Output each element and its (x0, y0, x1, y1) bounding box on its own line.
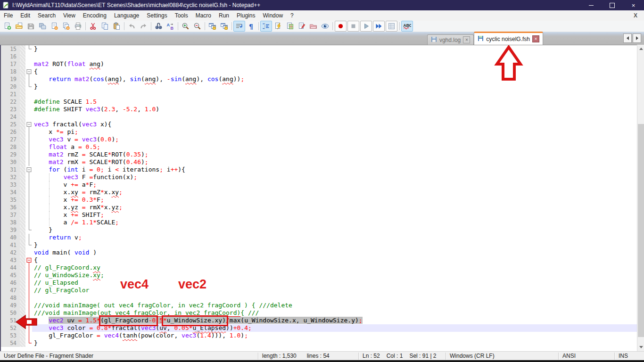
bookmark-margin[interactable] (20, 287, 25, 294)
toolbar-undo-button[interactable] (126, 21, 138, 32)
toolbar-replace-button[interactable]: AB (165, 21, 176, 32)
bookmark-margin[interactable] (20, 189, 25, 196)
status-eol-format[interactable]: Windows (CR LF) (446, 353, 559, 360)
bookmark-margin[interactable] (20, 68, 25, 75)
toolbar-macro-stop-button[interactable] (347, 21, 359, 32)
bookmark-margin[interactable] (20, 106, 25, 113)
toolbar-paste-button[interactable] (111, 21, 123, 32)
toolbar-new-file-button[interactable] (1, 21, 13, 32)
toolbar-indent-guide-button[interactable] (260, 21, 272, 32)
scrollbar-thumb[interactable] (638, 124, 644, 337)
toolbar-show-all-characters-button[interactable]: ¶ (245, 21, 257, 32)
toolbar-close-file-button[interactable] (49, 21, 60, 32)
code-line-28[interactable]: 28 float a = 0.5; (1, 143, 637, 151)
fold-marker[interactable] (25, 256, 32, 264)
toolbar-monitoring-button[interactable] (319, 21, 331, 32)
fold-marker[interactable] (25, 68, 32, 75)
toolbar-zoom-out-button[interactable] (191, 21, 203, 32)
toolbar-sync-vertical-button[interactable] (206, 21, 218, 32)
bookmark-margin[interactable] (20, 173, 25, 181)
fold-marker[interactable] (25, 121, 32, 128)
code-line-43[interactable]: 43{ (1, 256, 637, 264)
code-line-24[interactable]: 24 (1, 113, 637, 121)
menu-?[interactable]: ? (287, 11, 297, 20)
fold-marker[interactable] (25, 166, 32, 173)
toolbar-folder-as-workspace-button[interactable] (307, 21, 319, 32)
bookmark-margin[interactable] (20, 75, 25, 83)
code-line-27[interactable]: 27 vec3 v = vec3(0.0); (1, 136, 637, 143)
bookmark-margin[interactable] (20, 45, 25, 53)
tab-close-icon[interactable]: × (463, 36, 470, 43)
toolbar-find-button[interactable] (153, 21, 165, 32)
bookmark-margin[interactable] (20, 136, 25, 143)
code-line-53[interactable]: 53 gl_FragColor = vec4(tanh(pow(color, v… (1, 332, 637, 339)
bookmark-margin[interactable] (20, 256, 25, 264)
toolbar-word-wrap-button[interactable] (233, 21, 245, 32)
toolbar-save-all-button[interactable] (37, 21, 49, 32)
menu-macro[interactable]: Macro (192, 11, 215, 20)
menu-encoding[interactable]: Encoding (79, 11, 110, 20)
toolbar-copy-button[interactable] (99, 21, 111, 32)
bookmark-margin[interactable] (20, 272, 25, 279)
code-line-42[interactable]: 42void main( void ) (1, 249, 637, 256)
toolbar-document-map-button[interactable] (284, 21, 296, 32)
scroll-down-button[interactable] (637, 343, 644, 351)
bookmark-margin[interactable] (20, 309, 25, 317)
code-line-44[interactable]: 44// gl_FragCoord.xy (1, 264, 637, 272)
code-line-21[interactable]: 21 (1, 90, 637, 98)
menu-window[interactable]: Window (259, 11, 287, 20)
bookmark-margin[interactable] (20, 113, 25, 121)
menu-run[interactable]: Run (215, 11, 233, 20)
code-line-46[interactable]: 46// u_Elapsed (1, 279, 637, 287)
code-line-25[interactable]: 25vec3 fractal(vec3 x){ (1, 121, 637, 128)
code-line-20[interactable]: 20} (1, 83, 637, 90)
code-line-33[interactable]: 33 v += a*F; (1, 181, 637, 189)
bookmark-margin[interactable] (20, 143, 25, 151)
bookmark-margin[interactable] (20, 98, 25, 106)
code-line-38[interactable]: 38 a /= 1.1*SCALE; (1, 219, 637, 226)
code-editor[interactable]: 15}1617mat2 ROT(float ang)18{19 return m… (0, 45, 637, 351)
bookmark-margin[interactable] (20, 332, 25, 339)
menu-language[interactable]: Language (110, 11, 143, 20)
bookmark-margin[interactable] (20, 90, 25, 98)
menu-search[interactable]: Search (34, 11, 59, 20)
code-line-34[interactable]: 34 x.xy = rmZ*x.xy; (1, 189, 637, 196)
toolbar-zoom-in-button[interactable] (180, 21, 191, 32)
tab-scroll-left-button[interactable] (623, 33, 632, 43)
code-line-50[interactable]: 50///void mainImage(out vec4 fragColor, … (1, 309, 637, 317)
toolbar-document-edit-button[interactable] (296, 21, 307, 32)
bookmark-margin[interactable] (20, 241, 25, 249)
code-line-15[interactable]: 15} (1, 45, 637, 53)
toolbar-open-file-button[interactable] (13, 21, 25, 32)
code-line-47[interactable]: 47// gl_FragColor (1, 287, 637, 294)
code-line-26[interactable]: 26 x *= pi; (1, 128, 637, 136)
bookmark-margin[interactable] (20, 339, 25, 347)
tab-scroll-right-button[interactable] (633, 33, 641, 43)
maximize-button[interactable] (602, 0, 623, 10)
bookmark-margin[interactable] (20, 128, 25, 136)
code-line-29[interactable]: 29 mat2 rmZ = SCALE*ROT(0.35); (1, 151, 637, 158)
bookmark-margin[interactable] (20, 249, 25, 256)
toolbar-macro-run-multiple-button[interactable] (373, 21, 385, 32)
code-line-22[interactable]: 22#define SCALE 1.5 (1, 98, 637, 106)
bookmark-margin[interactable] (20, 279, 25, 287)
toolbar-close-all-button[interactable] (60, 21, 72, 32)
bookmark-margin[interactable] (20, 158, 25, 166)
menu-view[interactable]: View (59, 11, 79, 20)
code-line-54[interactable]: 54} (1, 339, 637, 347)
toolbar-macro-play-button[interactable] (360, 21, 372, 32)
code-line-23[interactable]: 23#define SHIFT vec3(2.3, -5.2, 1.0) (1, 106, 637, 113)
code-line-51[interactable]: 51 vec2 uv = 1.5*(gl_FragCoord-0.5*u_Win… (1, 317, 637, 324)
code-line-18[interactable]: 18{ (1, 68, 637, 75)
bookmark-margin[interactable] (20, 53, 25, 60)
bookmark-margin[interactable] (20, 302, 25, 309)
code-line-48[interactable]: 48 (1, 294, 637, 302)
toolbar-sync-horizontal-button[interactable] (218, 21, 230, 32)
vertical-scrollbar[interactable] (637, 45, 644, 351)
bookmark-margin[interactable] (20, 196, 25, 204)
bookmark-margin[interactable] (20, 234, 25, 241)
toolbar-print-button[interactable] (72, 21, 84, 32)
menu-settings[interactable]: Settings (143, 11, 171, 20)
menu-plugins[interactable]: Plugins (233, 11, 259, 20)
tab-vghd-log[interactable]: vghd.log× (427, 34, 474, 45)
